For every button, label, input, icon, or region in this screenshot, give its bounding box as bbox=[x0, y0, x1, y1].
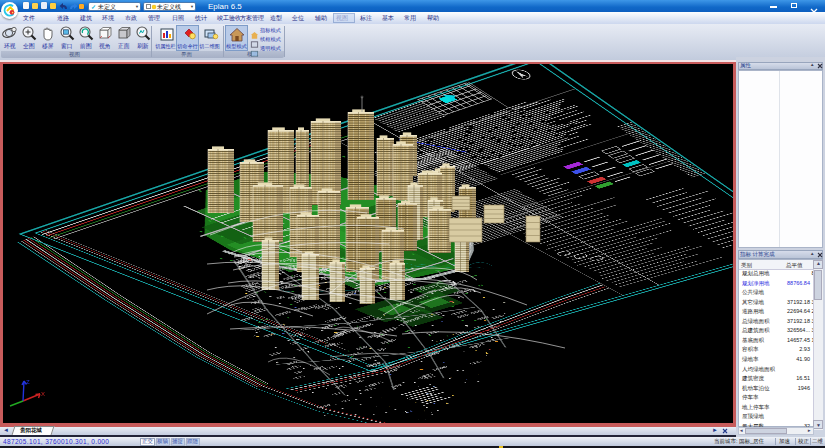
svg-text:Z: Z bbox=[26, 379, 30, 385]
svg-text:X: X bbox=[41, 391, 45, 397]
